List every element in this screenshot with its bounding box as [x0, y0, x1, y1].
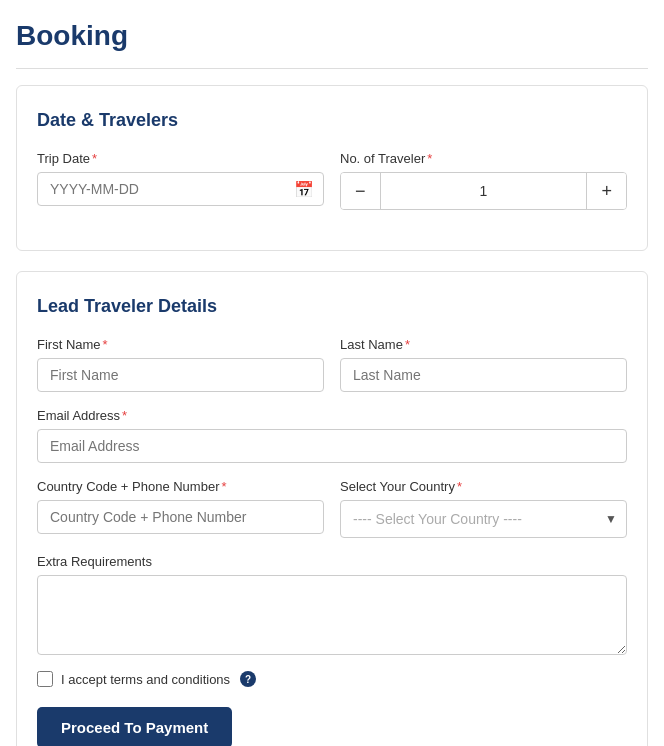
first-name-label: First Name* [37, 337, 324, 352]
lead-traveler-title: Lead Traveler Details [37, 296, 627, 317]
phone-group: Country Code + Phone Number* [37, 479, 324, 538]
country-label: Select Your Country* [340, 479, 627, 494]
increment-button[interactable]: + [587, 173, 626, 209]
extra-textarea[interactable] [37, 575, 627, 655]
traveler-counter: − 1 + [340, 172, 627, 210]
page-title: Booking [16, 20, 648, 52]
email-input[interactable] [37, 429, 627, 463]
extra-label: Extra Requirements [37, 554, 627, 569]
traveler-count-group: No. of Traveler* − 1 + [340, 151, 627, 210]
country-group: Select Your Country* ---- Select Your Co… [340, 479, 627, 538]
last-name-group: Last Name* [340, 337, 627, 392]
country-select[interactable]: ---- Select Your Country ---- [340, 500, 627, 538]
date-travelers-title: Date & Travelers [37, 110, 627, 131]
first-name-group: First Name* [37, 337, 324, 392]
last-name-label: Last Name* [340, 337, 627, 352]
header-divider [16, 68, 648, 69]
traveler-count-label: No. of Traveler* [340, 151, 627, 166]
date-travelers-row: Trip Date* 📅 No. of Traveler* − 1 + [37, 151, 627, 210]
lead-traveler-card: Lead Traveler Details First Name* Last N… [16, 271, 648, 746]
first-name-input[interactable] [37, 358, 324, 392]
phone-country-row: Country Code + Phone Number* Select Your… [37, 479, 627, 538]
extra-row: Extra Requirements [37, 554, 627, 655]
help-icon[interactable]: ? [240, 671, 256, 687]
email-group: Email Address* [37, 408, 627, 463]
date-input-wrapper: 📅 [37, 172, 324, 206]
last-name-input[interactable] [340, 358, 627, 392]
terms-label: I accept terms and conditions [61, 672, 230, 687]
date-travelers-card: Date & Travelers Trip Date* 📅 No. of Tra… [16, 85, 648, 251]
decrement-button[interactable]: − [341, 173, 380, 209]
trip-date-label: Trip Date* [37, 151, 324, 166]
terms-checkbox[interactable] [37, 671, 53, 687]
phone-label: Country Code + Phone Number* [37, 479, 324, 494]
trip-date-group: Trip Date* 📅 [37, 151, 324, 210]
name-row: First Name* Last Name* [37, 337, 627, 392]
phone-input[interactable] [37, 500, 324, 534]
calendar-icon[interactable]: 📅 [294, 180, 314, 199]
proceed-to-payment-button[interactable]: Proceed To Payment [37, 707, 232, 746]
terms-row: I accept terms and conditions ? [37, 671, 627, 687]
country-select-wrapper: ---- Select Your Country ---- ▼ [340, 500, 627, 538]
email-row: Email Address* [37, 408, 627, 463]
extra-group: Extra Requirements [37, 554, 627, 655]
trip-date-input[interactable] [37, 172, 324, 206]
email-label: Email Address* [37, 408, 627, 423]
traveler-count-value: 1 [380, 173, 588, 209]
